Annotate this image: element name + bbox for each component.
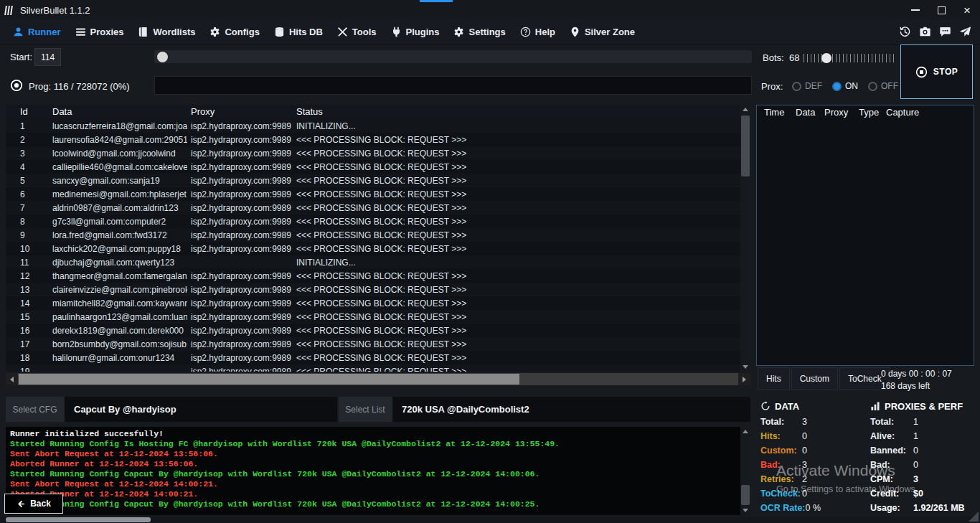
- nav-item-label: Hits DB: [289, 27, 323, 37]
- nav-item[interactable]: Configs: [202, 20, 266, 44]
- scroll-down-icon[interactable]: [740, 362, 750, 372]
- data-stats-header: DATA: [760, 399, 868, 413]
- nav-item[interactable]: Settings: [446, 20, 512, 44]
- nav-item[interactable]: Wordlists: [131, 20, 202, 44]
- table-row[interactable]: 8 g7c3ll@gmail.com:computer2 isp2.hydrap…: [6, 215, 740, 228]
- jobs-vertical-scrollbar[interactable]: [740, 105, 750, 372]
- cell-proxy: isp2.hydraproxy.com:9989: [191, 203, 293, 213]
- scroll-down-icon[interactable]: [740, 506, 750, 515]
- cell-proxy: isp2.hydraproxy.com:9989: [191, 298, 293, 308]
- close-icon[interactable]: ×: [954, 0, 980, 20]
- col-type[interactable]: Type: [859, 107, 879, 118]
- table-row[interactable]: 7 aldrin0987@gmail.com:aldrin123 isp2.hy…: [6, 201, 740, 215]
- prox-radio[interactable]: ON: [832, 81, 858, 91]
- table-row[interactable]: 19 isp2.hydraproxy.com:9989 <<< PROCESSI…: [6, 364, 740, 372]
- scroll-right-icon[interactable]: [738, 373, 750, 385]
- col-data[interactable]: Data: [796, 107, 815, 118]
- chat-icon[interactable]: [939, 26, 951, 38]
- stat-label: Usage:: [870, 503, 913, 513]
- start-input[interactable]: [34, 48, 61, 66]
- stop-button[interactable]: STOP: [900, 44, 973, 99]
- tab[interactable]: Custom: [791, 367, 838, 390]
- table-row[interactable]: 1 lucascruzferreira18@gmail.com:joac isp…: [6, 119, 740, 133]
- back-button[interactable]: Back: [4, 494, 63, 514]
- table-row[interactable]: 11 djbuchaj@gmail.com:qwerty123 INITIALI…: [6, 255, 740, 269]
- table-row[interactable]: 18 halilonurr@gmail.com:onur1234 isp2.hy…: [6, 351, 740, 364]
- hscrollbar-thumb[interactable]: [19, 374, 519, 385]
- bots-slider[interactable]: [804, 51, 894, 65]
- col-proxy[interactable]: Proxy: [191, 106, 215, 117]
- main-nav: Runner Proxies Wordlists Configs: [0, 20, 980, 44]
- log-vertical-scrollbar[interactable]: [740, 427, 750, 515]
- cell-data: laxchick202@gmail.com:puppy18: [52, 244, 187, 254]
- table-row[interactable]: 4 calliepillie460@gmail.com:cakelover is…: [6, 160, 740, 174]
- tab[interactable]: Hits: [758, 367, 790, 390]
- cell-status: <<< PROCESSING BLOCK: REQUEST >>>: [296, 367, 738, 372]
- table-row[interactable]: 13 claireinvizzie@gmail.com:pinebrook is…: [6, 283, 740, 296]
- slider-thumb[interactable]: [157, 52, 168, 62]
- cell-status: <<< PROCESSING BLOCK: REQUEST >>>: [296, 339, 738, 349]
- results-panel: Time Data Proxy Type Capture: [756, 105, 974, 366]
- nav-item[interactable]: Runner: [6, 20, 68, 44]
- nav-item[interactable]: Hits DB: [267, 20, 330, 44]
- log-line: Started Running Config Capcut By @hardyi…: [10, 469, 746, 479]
- stat-label: Total:: [870, 417, 913, 427]
- maximize-icon[interactable]: [928, 0, 954, 20]
- cell-id: 6: [20, 189, 46, 199]
- scrollbar-thumb[interactable]: [741, 116, 750, 176]
- scrollbar-thumb[interactable]: [741, 485, 750, 505]
- telegram-icon[interactable]: [959, 26, 971, 38]
- history-icon[interactable]: [899, 26, 911, 38]
- cell-id: 17: [20, 339, 46, 349]
- nav-item[interactable]: Silver Zone: [562, 20, 642, 44]
- col-capture[interactable]: Capture: [886, 107, 919, 118]
- table-row[interactable]: 5 sancxy@gmail.com:sanja19 isp2.hydrapro…: [6, 174, 740, 187]
- jobs-table-header: Id Data Proxy Status: [6, 105, 740, 119]
- cell-status: <<< PROCESSING BLOCK: REQUEST >>>: [296, 217, 738, 227]
- table-row[interactable]: 15 paulinhaargon123@gmail.com:luan isp2.…: [6, 310, 740, 324]
- stat-row: Hits: 0: [760, 429, 868, 443]
- log-console[interactable]: Runner initialized succesfully! Started …: [6, 427, 750, 515]
- jobs-horizontal-scrollbar[interactable]: [6, 373, 750, 385]
- start-position-slider[interactable]: [154, 50, 752, 63]
- table-row[interactable]: 14 miamitchell82@gmail.com:kaywann isp2.…: [6, 296, 740, 310]
- nav-item[interactable]: Help: [513, 20, 562, 44]
- log-hscrollbar-thumb[interactable]: [6, 517, 151, 522]
- table-row[interactable]: 10 laxchick202@gmail.com:puppy18 isp2.hy…: [6, 242, 740, 255]
- col-status[interactable]: Status: [296, 106, 323, 117]
- table-row[interactable]: 2 laurensofia8424@gmail.com:290512 isp2.…: [6, 133, 740, 146]
- minimize-icon[interactable]: [903, 0, 928, 20]
- table-row[interactable]: 16 derekx1819@gmail.com:derek000 isp2.hy…: [6, 324, 740, 337]
- col-id[interactable]: Id: [20, 106, 28, 117]
- nav-item[interactable]: Proxies: [68, 20, 131, 44]
- progress-text: Prog: 116 / 728072 (0%): [29, 81, 130, 92]
- col-time[interactable]: Time: [764, 107, 784, 118]
- prox-radio[interactable]: DEF: [792, 81, 822, 91]
- col-data[interactable]: Data: [52, 106, 72, 117]
- scroll-left-icon[interactable]: [6, 373, 18, 385]
- camera-icon[interactable]: [919, 26, 931, 38]
- prox-radio[interactable]: OFF: [868, 81, 898, 91]
- scroll-up-icon[interactable]: [740, 105, 750, 114]
- table-row[interactable]: 12 thangmeor@gmail.com:famergalan isp2.h…: [6, 269, 740, 283]
- proxy-list-icon: [75, 27, 86, 37]
- scroll-up-icon[interactable]: [740, 427, 750, 436]
- table-row[interactable]: 17 born2bsumbdy@gmail.com:sojisub isp2.h…: [6, 337, 740, 351]
- config-name-field[interactable]: Capcut By @hardyisop: [65, 397, 337, 422]
- resize-grip[interactable]: [969, 512, 979, 522]
- cell-proxy: isp2.hydraproxy.com:9989: [191, 217, 293, 227]
- table-row[interactable]: 9 lora.fred@gmail.com:fwd3172 isp2.hydra…: [6, 228, 740, 242]
- nav-item-label: Tools: [352, 27, 377, 37]
- bots-slider-thumb[interactable]: [821, 53, 831, 63]
- wordlist-name-field[interactable]: 720k USA @DailyCombolist2: [393, 397, 750, 422]
- nav-item[interactable]: Plugins: [384, 20, 447, 44]
- table-row[interactable]: 6 medinemesi@gmail.com:hplaserjet isp2.h…: [6, 187, 740, 201]
- table-row[interactable]: 3 lcoolwind@gmail.com:jjcoolwind isp2.hy…: [6, 146, 740, 160]
- col-proxy[interactable]: Proxy: [824, 107, 848, 118]
- cell-data: sancxy@gmail.com:sanja19: [52, 176, 187, 186]
- nav-item-label: Wordlists: [153, 27, 195, 37]
- cell-id: 15: [20, 312, 46, 322]
- select-cfg-button[interactable]: Select CFG: [6, 397, 64, 422]
- nav-item[interactable]: Tools: [330, 20, 384, 44]
- select-list-button[interactable]: Select List: [339, 397, 392, 422]
